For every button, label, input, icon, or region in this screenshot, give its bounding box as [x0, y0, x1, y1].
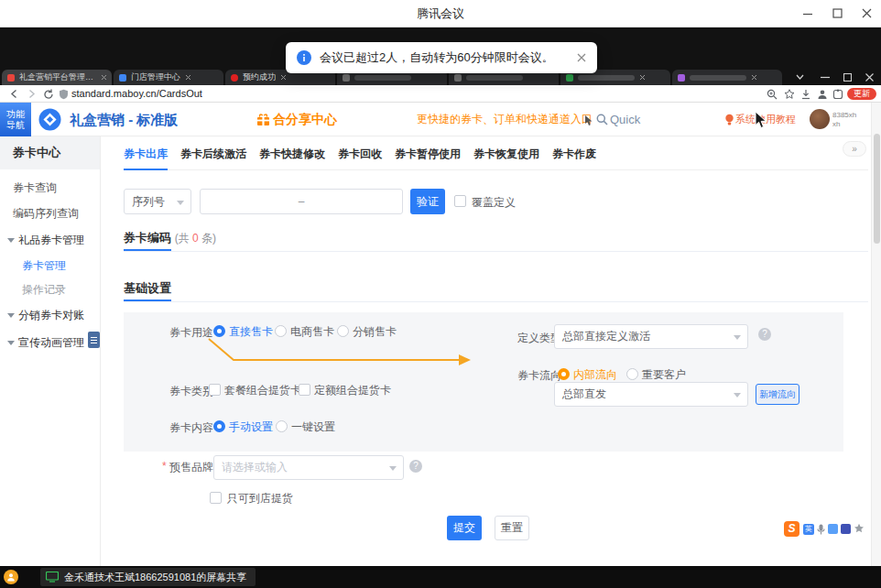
tab-card-suspend[interactable]: 券卡暂停使用 [395, 145, 461, 170]
sidebar-item-serial-query[interactable]: 编码序列查询 [0, 201, 100, 226]
site-security-button[interactable] [57, 88, 70, 100]
extension-icon[interactable] [841, 524, 851, 534]
tab-close-icon[interactable] [101, 74, 107, 81]
brand-select[interactable]: 请选择或输入 [213, 455, 404, 480]
extension-logo-button[interactable]: S [784, 521, 799, 537]
usage-direct-radio[interactable] [213, 325, 225, 337]
gift-icon [256, 113, 270, 126]
tab-card-outbound[interactable]: 券卡出库 [124, 145, 168, 170]
add-flow-button[interactable]: 新增流向 [756, 384, 799, 405]
function-nav-toggle[interactable]: 功能 导航 [0, 103, 31, 136]
maximize-icon [832, 8, 843, 18]
sidebar-item-card-query[interactable]: 券卡查询 [0, 175, 100, 201]
sidebar-item-card-manage[interactable]: 券卡管理 [0, 254, 100, 278]
close-button[interactable] [852, 0, 881, 27]
share-label: 金禾通技术王斌18662591081的屏幕共享 [64, 571, 246, 584]
content-onekey-label[interactable]: 一键设置 [291, 419, 335, 435]
downloads-button[interactable] [799, 88, 812, 100]
url-text[interactable]: standard.maboy.cn/CardsOut [71, 85, 202, 103]
serial-range-input[interactable]: – [200, 189, 403, 214]
tab-list-button[interactable] [791, 71, 808, 83]
flow-vip-radio[interactable] [626, 368, 638, 380]
sidebar-collapse-toggle[interactable] [88, 332, 100, 348]
extension-icon[interactable] [828, 524, 838, 534]
definition-help-icon[interactable]: ? [758, 328, 771, 341]
category-fixed-label[interactable]: 定额组合提货卡 [314, 383, 391, 398]
tab-close-icon[interactable] [280, 74, 287, 81]
sidebar-group-distribution[interactable]: 分销券卡对账 [0, 301, 100, 329]
tab-card-recycle[interactable]: 券卡回收 [338, 145, 382, 170]
override-label: 覆盖定义 [472, 195, 516, 211]
back-button[interactable] [7, 88, 20, 100]
maximize-button[interactable] [822, 0, 852, 27]
submit-button[interactable]: 提交 [447, 516, 482, 540]
extension-star-icon[interactable] [854, 523, 865, 534]
browser-tab-store[interactable]: 门店管理中心 [114, 70, 223, 85]
bookmark-button[interactable] [783, 88, 796, 100]
reset-button[interactable]: 重置 [495, 516, 529, 540]
promo-text[interactable]: 更快捷的券卡、订单和快递通道入口 [417, 103, 593, 136]
presenter-avatar-icon [4, 570, 18, 584]
tab-card-restore[interactable]: 券卡恢复使用 [473, 145, 539, 170]
profile-button[interactable] [816, 88, 829, 100]
flow-vip-label[interactable]: 重要客户 [642, 367, 686, 383]
verify-button[interactable]: 验证 [410, 189, 445, 214]
reload-button[interactable] [42, 88, 55, 100]
flow-internal-radio[interactable] [558, 368, 570, 380]
definition-type-select[interactable]: 总部直接定义激活 [554, 324, 748, 349]
tab-close-icon[interactable] [639, 74, 646, 81]
site-header: 功能 导航 礼盒营销 - 标准版 合分享中心 更快捷的券卡、订单和快递通道入口 [0, 103, 881, 136]
content-onekey-radio[interactable] [276, 420, 288, 432]
override-checkbox[interactable] [454, 195, 466, 207]
browser-update-badge[interactable]: 更新 [847, 88, 876, 100]
usage-ecommerce-radio[interactable] [275, 325, 287, 337]
browser-close-button[interactable] [861, 71, 877, 83]
minimize-button[interactable] [793, 0, 822, 27]
tab-card-activate[interactable]: 券卡后续激活 [180, 145, 246, 170]
browser-tab-marketing[interactable]: 礼盒营销平台管理中心 [2, 70, 112, 85]
browser-addressbar: standard.maboy.cn/CardsOut 更新 [0, 85, 881, 103]
tab-close-icon[interactable] [185, 74, 191, 81]
share-center-link[interactable]: 合分享中心 [273, 103, 337, 136]
category-combo-checkbox[interactable] [209, 384, 221, 396]
content-manual-radio[interactable] [213, 420, 225, 432]
page-scrollbar[interactable] [871, 103, 881, 566]
sidebar-group-gift-cards[interactable]: 礼品券卡管理 [0, 226, 100, 254]
toast-close-button[interactable] [577, 53, 586, 62]
category-combo-label[interactable]: 套餐组合提货卡 [224, 383, 301, 398]
browser-minimize-button[interactable] [817, 71, 833, 83]
usage-distribution-radio[interactable] [337, 325, 349, 337]
brand-help-icon[interactable]: ? [409, 460, 422, 473]
mic-icon[interactable] [817, 524, 825, 535]
user-avatar[interactable] [810, 109, 830, 129]
store-pickup-checkbox[interactable] [210, 492, 222, 504]
pointer-icon [584, 114, 593, 126]
tabs-overflow-button[interactable]: » [843, 141, 866, 157]
usage-ecommerce-label[interactable]: 电商售卡 [290, 324, 334, 340]
sidebar-item-operation-log[interactable]: 操作记录 [0, 278, 100, 301]
tencent-meeting-window: 腾讯会议 礼盒营销平台管理中心 门店管理中心 预约成功 [0, 0, 881, 588]
tab-card-quick-edit[interactable]: 券卡快捷修改 [259, 145, 325, 170]
tutorial-link[interactable]: 系统使用教程 [735, 103, 796, 136]
sidebar-group-animation[interactable]: 宣传动画管理 [0, 329, 100, 356]
extension-lang-button[interactable]: 英 [803, 524, 814, 535]
tab-card-void[interactable]: 券卡作废 [552, 145, 596, 170]
serial-type-select[interactable]: 序列号 [124, 189, 191, 214]
category-fixed-checkbox[interactable] [299, 384, 310, 396]
tab-label-obscured [578, 75, 635, 81]
extensions-button[interactable] [832, 88, 844, 100]
flow-target-select[interactable]: 总部直发 [554, 382, 748, 407]
flow-internal-label[interactable]: 内部流向 [573, 367, 617, 383]
tab-close-icon[interactable] [751, 74, 757, 81]
close-icon [862, 8, 872, 18]
usage-direct-label[interactable]: 直接售卡 [229, 324, 273, 340]
brand-label: 预售品牌 [169, 460, 213, 475]
forward-button[interactable] [25, 88, 38, 100]
content-manual-label[interactable]: 手动设置 [229, 419, 273, 435]
zoom-button[interactable] [766, 88, 778, 100]
quick-search[interactable]: Quick [610, 103, 640, 136]
usage-distribution-label[interactable]: 分销售卡 [353, 324, 397, 340]
browser-tab-partial[interactable] [672, 70, 782, 85]
scrollbar-thumb[interactable] [874, 134, 880, 244]
browser-maximize-button[interactable] [839, 71, 855, 83]
